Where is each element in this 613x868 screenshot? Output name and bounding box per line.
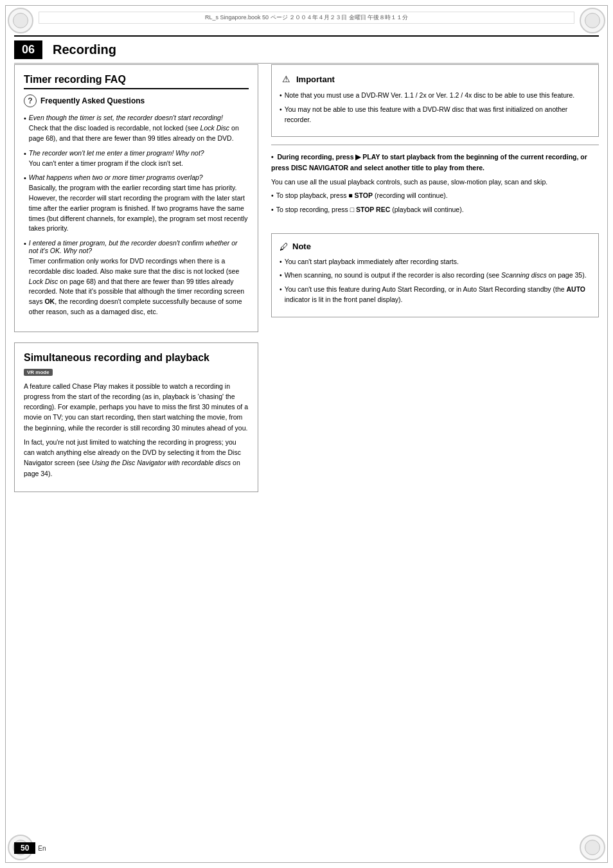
important-box: ⚠ Important • Note that you must use a D… [271,64,599,137]
note-icon: 🖊 [280,242,289,252]
faq-item-4: • I entered a timer program, but the rec… [24,239,249,317]
during-rec-bullet-1: • To stop playback, press ■ STOP (record… [271,191,599,201]
important-title: Important [296,75,335,84]
chapter-title: Recording [53,42,116,57]
meta-bar: RL_s Singapore.book 50 ページ ２００４年４月２３日 金曜… [39,12,574,24]
faq-answer-2: You can't enter a timer program if the c… [29,159,204,169]
bullet-dot: • [24,150,26,169]
faq-header: ? Frequently Asked Questions [24,94,249,107]
footer: 50 En [14,842,46,854]
important-bullet-2-text: You may not be able to use this feature … [285,105,591,125]
corner-decoration-br [580,835,605,860]
note-bullet-2-text: When scanning, no sound is output if the… [285,270,587,281]
content-area: Timer recording FAQ ? Frequently Asked Q… [14,64,599,836]
important-bullet-1-text: Note that you must use a DVD-RW Ver. 1.1… [285,91,575,101]
bullet-dot: • [280,257,282,267]
important-bullet-2: • You may not be able to use this featur… [280,105,591,125]
page-number: 50 [14,842,35,854]
faq-section: Timer recording FAQ ? Frequently Asked Q… [14,64,258,332]
note-bullet-2: • When scanning, no sound is output if t… [280,270,591,281]
bullet-dot: • [271,191,274,201]
bullet-dot: • [280,270,282,281]
bullet-dot: • [271,205,274,215]
note-bullet-1: • You can't start playback immediately a… [280,257,591,267]
during-recording-body: You can use all the usual playback contr… [271,177,599,187]
faq-question-1: Even though the timer is set, the record… [29,114,249,121]
bullet-dot: • [280,105,282,125]
left-column: Timer recording FAQ ? Frequently Asked Q… [14,64,258,836]
important-bullet-1: • Note that you must use a DVD-RW Ver. 1… [280,91,591,101]
note-box: 🖊 Note • You can't start playback immedi… [271,233,599,317]
important-header: ⚠ Important [280,73,591,85]
note-bullet-1-text: You can't start playback immediately aft… [285,257,459,267]
during-recording-section: • During recording, press ▶ PLAY to star… [271,145,599,218]
bullet-dot: • [24,174,26,234]
faq-answer-1: Check that the disc loaded is recordable… [29,123,249,144]
faq-section-title: Timer recording FAQ [24,74,249,89]
faq-question-2: The recorder won't let me enter a timer … [29,149,204,157]
simultaneous-section: Simultaneous recording and playback VR m… [14,342,258,492]
important-icon: ⚠ [280,73,292,85]
simultaneous-para-2: In fact, you're not just limited to watc… [24,437,249,479]
page-language: En [38,845,46,852]
bullet-dot: • [24,240,26,317]
note-title: Note [292,242,311,251]
faq-item-1: • Even though the timer is set, the reco… [24,114,249,144]
corner-decoration-tl [8,8,33,33]
bullet-dot: • [24,114,26,144]
vr-mode-badge: VR mode [24,369,53,376]
during-rec-bullet-2: • To stop recording, press □ STOP REC (p… [271,205,599,215]
corner-decoration-tr [580,8,605,33]
chapter-header: 06 Recording [14,35,599,64]
faq-header-title: Frequently Asked Questions [40,96,145,105]
faq-question-4: I entered a timer program, but the recor… [29,239,249,254]
bullet-dot: • [280,285,282,305]
file-info: RL_s Singapore.book 50 ページ ２００４年４月２３日 金曜… [205,13,408,22]
faq-question-3: What happens when two or more timer prog… [29,173,249,181]
chapter-number: 06 [14,40,42,59]
faq-answer-3: Basically, the program with the earlier … [29,183,249,234]
during-rec-bullet-1-text: To stop playback, press ■ STOP (recordin… [276,191,448,201]
note-header: 🖊 Note [280,242,591,252]
note-bullet-3-text: You can't use this feature during Auto S… [285,285,591,305]
right-column: ⚠ Important • Note that you must use a D… [271,64,599,836]
faq-answer-4: Timer confirmation only works for DVD re… [29,256,249,317]
faq-icon: ? [24,94,37,107]
faq-item-3: • What happens when two or more timer pr… [24,173,249,234]
note-bullet-3: • You can't use this feature during Auto… [280,285,591,305]
during-recording-lead: • During recording, press ▶ PLAY to star… [271,152,599,173]
during-rec-bullet-2-text: To stop recording, press □ STOP REC (pla… [276,205,464,215]
faq-item-2: • The recorder won't let me enter a time… [24,149,249,169]
simultaneous-para-1: A feature called Chase Play makes it pos… [24,381,249,433]
simultaneous-title: Simultaneous recording and playback [24,352,249,364]
bullet-dot: • [280,91,282,101]
